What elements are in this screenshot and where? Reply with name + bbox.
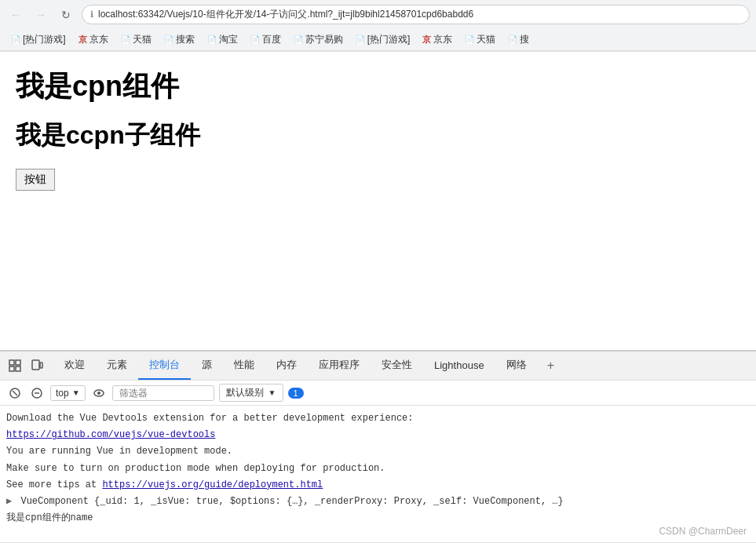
browser-chrome: ← → ↻ ℹ localhost:63342/Vuejs/10-组件化开发/1…	[0, 0, 756, 52]
svg-rect-4	[32, 360, 39, 370]
devtools-left-icons	[5, 355, 47, 376]
bookmark-hot-games-1[interactable]: 📄 [热门游戏]	[6, 31, 71, 48]
page-icon: 📄	[164, 35, 173, 44]
svg-rect-5	[40, 363, 42, 368]
context-dropdown-icon: ▼	[72, 388, 80, 397]
heading-cpn: 我是cpn组件	[16, 67, 740, 106]
clear-console-button[interactable]	[6, 384, 24, 402]
svg-line-7	[13, 391, 17, 395]
add-tab-button[interactable]: +	[541, 354, 561, 377]
bookmark-label: 京东	[89, 33, 108, 46]
context-label: top	[56, 388, 69, 399]
bookmark-label: [热门游戏]	[23, 33, 66, 46]
eye-button[interactable]	[90, 384, 108, 402]
console-message-devtools: Download the Vue Devtools extension for …	[6, 410, 750, 427]
page-icon: 📄	[508, 35, 517, 44]
bookmark-label: 天猫	[477, 33, 495, 46]
page-icon: 📄	[250, 35, 260, 44]
reload-button[interactable]: ↻	[57, 5, 75, 24]
expand-icon[interactable]: ▶	[6, 494, 12, 509]
context-selector[interactable]: top ▼	[50, 385, 86, 401]
bookmark-tianmao-1[interactable]: 📄 天猫	[116, 31, 156, 48]
tab-memory[interactable]: 内存	[265, 352, 308, 380]
nav-bar: ← → ↻ ℹ localhost:63342/Vuejs/10-组件化开发/1…	[0, 0, 756, 29]
console-message-devtools-link: https://github.com/vuejs/vue-devtools	[6, 427, 750, 443]
bookmark-label: 苏宁易购	[305, 33, 343, 46]
jd-icon: 京	[422, 34, 431, 46]
tab-lighthouse[interactable]: Lighthouse	[423, 353, 495, 379]
page-icon: 📄	[356, 35, 365, 44]
bookmark-baidu-1[interactable]: 📄 百度	[246, 31, 286, 48]
back-button[interactable]: ←	[6, 5, 25, 24]
devtools-panel: 欢迎 元素 控制台 源 性能 内存 应用程序 安全性 Lighthouse 网络…	[0, 350, 756, 543]
console-output: Download the Vue Devtools extension for …	[0, 406, 756, 542]
csdn-watermark: CSDN @CharmDeer	[659, 526, 747, 537]
tab-application[interactable]: 应用程序	[308, 352, 371, 380]
tab-performance[interactable]: 性能	[223, 352, 265, 380]
tab-console[interactable]: 控制台	[138, 352, 191, 380]
device-mode-button[interactable]	[27, 355, 47, 376]
devtools-message-text: Download the Vue Devtools extension for …	[6, 413, 413, 424]
tab-sources[interactable]: 源	[191, 352, 223, 380]
bookmark-label: 搜	[520, 33, 529, 46]
devtools-tabs: 欢迎 元素 控制台 源 性能 内存 应用程序 安全性 Lighthouse 网络…	[0, 352, 756, 381]
page-content: 我是cpn组件 我是ccpn子组件 按钮	[0, 52, 756, 350]
devmode-text-3: See more tips at	[6, 479, 102, 490]
console-message-devmode-2: Make sure to turn on production mode whe…	[6, 461, 750, 477]
filter-button[interactable]	[28, 384, 46, 402]
bookmark-suning-1[interactable]: 📄 苏宁易购	[289, 31, 348, 48]
console-message-vuecomponent: ▶ VueComponent {_uid: 1, _isVue: true, $…	[6, 494, 750, 510]
message-count-badge: 1	[288, 388, 304, 399]
bookmark-tianmao-2[interactable]: 📄 天猫	[460, 31, 500, 48]
console-message-name: 我是cpn组件的name	[6, 510, 750, 527]
page-icon: 📄	[294, 35, 303, 44]
level-selector[interactable]: 默认级别 ▼	[219, 384, 283, 402]
anjian-button[interactable]: 按钮	[16, 169, 55, 191]
bookmark-label: 百度	[262, 33, 281, 46]
console-message-devmode-1: You are running Vue in development mode.	[6, 443, 750, 460]
bookmark-label: 淘宝	[219, 33, 238, 46]
bookmark-search-1[interactable]: 📄 搜索	[159, 31, 199, 48]
svg-rect-2	[9, 366, 14, 371]
deployment-link[interactable]: https://vuejs.org/guide/deployment.html	[102, 479, 323, 490]
devtools-link[interactable]: https://github.com/vuejs/vue-devtools	[6, 429, 215, 440]
forward-button[interactable]: →	[31, 5, 50, 24]
svg-rect-0	[9, 360, 14, 365]
page-icon: 📄	[11, 35, 20, 44]
tab-security[interactable]: 安全性	[371, 352, 423, 380]
bookmark-label: 搜索	[176, 33, 195, 46]
jd-icon: 京	[79, 34, 87, 46]
bookmark-jd-1[interactable]: 京 京东	[74, 31, 113, 48]
page-icon: 📄	[465, 35, 474, 44]
svg-rect-1	[16, 360, 20, 365]
tab-elements[interactable]: 元素	[96, 352, 138, 380]
info-icon: ℹ	[90, 9, 93, 20]
devmode-text-1: You are running Vue in development mode.	[6, 446, 232, 457]
page-icon: 📄	[121, 35, 130, 44]
inspect-element-button[interactable]	[5, 355, 25, 376]
console-message-devmode-3: See more tips at https://vuejs.org/guide…	[6, 477, 750, 494]
bookmark-label: 京东	[433, 33, 452, 46]
devmode-text-2: Make sure to turn on production mode whe…	[6, 463, 385, 474]
level-dropdown-icon: ▼	[268, 388, 276, 397]
level-label: 默认级别	[226, 386, 264, 399]
svg-point-11	[97, 392, 100, 395]
svg-rect-3	[16, 366, 20, 371]
bookmarks-bar: 📄 [热门游戏] 京 京东 📄 天猫 📄 搜索 📄 淘宝 📄 百度 📄 苏宁易购	[0, 29, 756, 51]
heading-ccpn: 我是ccpn子组件	[16, 118, 740, 153]
cpn-name-text: 我是cpn组件的name	[6, 512, 93, 523]
console-toolbar: top ▼ 默认级别 ▼ 1	[0, 381, 756, 406]
vue-component-text: VueComponent {_uid: 1, _isVue: true, $op…	[20, 496, 563, 507]
tab-welcome[interactable]: 欢迎	[53, 352, 96, 380]
bookmark-hot-games-2[interactable]: 📄 [热门游戏]	[351, 31, 415, 48]
bookmark-label: [热门游戏]	[367, 33, 411, 46]
tab-network[interactable]: 网络	[495, 352, 538, 380]
page-icon: 📄	[207, 35, 217, 44]
bookmark-label: 天猫	[133, 33, 152, 46]
bookmark-search-2[interactable]: 📄 搜	[503, 31, 534, 48]
filter-input[interactable]	[112, 385, 214, 401]
address-bar[interactable]: ℹ localhost:63342/Vuejs/10-组件化开发/14-子访问父…	[82, 5, 750, 24]
bookmark-jd-2[interactable]: 京 京东	[418, 31, 457, 48]
bookmark-taobao-1[interactable]: 📄 淘宝	[203, 31, 243, 48]
url-text: localhost:63342/Vuejs/10-组件化开发/14-子访问父.h…	[98, 8, 473, 21]
